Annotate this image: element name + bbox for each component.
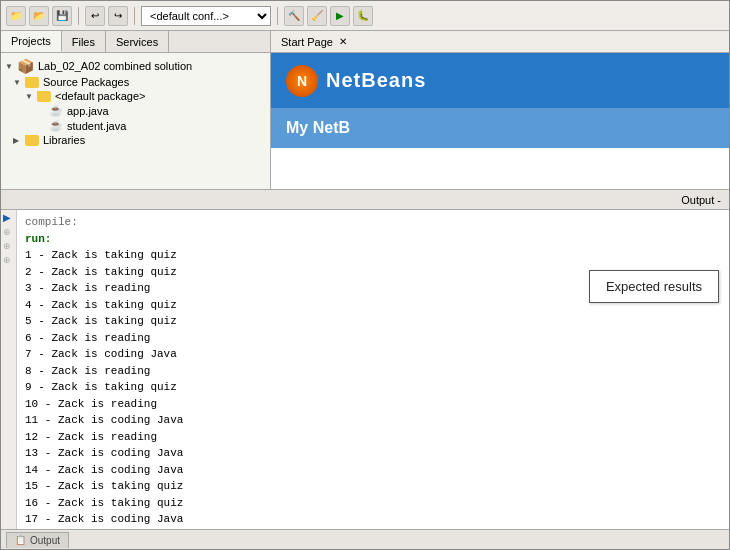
netbeans-icon: N <box>286 65 318 97</box>
output-with-margin: ▶ ⊕ ⊕ ⊕ compile:run:1 - Zack is taking q… <box>1 210 729 529</box>
expected-results-box: Expected results <box>589 270 719 303</box>
status-bar: 📋 Output <box>1 529 729 549</box>
margin-icon-3[interactable]: ⊕ <box>1 239 16 253</box>
output-line: 17 - Zack is coding Java <box>25 511 721 528</box>
right-panel: Start Page ✕ N NetBeans My NetB <box>271 31 729 189</box>
tree-label-libraries: Libraries <box>43 134 85 146</box>
toolbar: 📁 📂 💾 ↩ ↪ <default conf...> 🔨 🧹 ▶ 🐛 <box>1 1 729 31</box>
toolbar-icon-build[interactable]: 🔨 <box>284 6 304 26</box>
output-line: 9 - Zack is taking quiz <box>25 379 721 396</box>
output-line: 7 - Zack is coding Java <box>25 346 721 363</box>
output-status-tab[interactable]: 📋 Output <box>6 532 69 548</box>
toolbar-separator-1 <box>78 7 79 25</box>
tree-label-project: Lab_02_A02 combined solution <box>38 60 192 72</box>
start-page-label: Start Page <box>281 36 333 48</box>
libraries-folder-icon <box>25 135 39 146</box>
output-line: 5 - Zack is taking quiz <box>25 313 721 330</box>
start-page-content: N NetBeans My NetB <box>271 53 729 189</box>
toolbar-separator-2 <box>134 7 135 25</box>
toolbar-icon-folder-open[interactable]: 📂 <box>29 6 49 26</box>
output-content: compile:run:1 - Zack is taking quiz2 - Z… <box>17 210 729 529</box>
start-page-close[interactable]: ✕ <box>339 36 347 47</box>
bottom-area: Output - ▶ ⊕ ⊕ ⊕ compile:run:1 - Zack is… <box>1 189 729 529</box>
output-tab-label: Output - <box>681 194 721 206</box>
netbeans-text: NetBeans <box>326 69 426 92</box>
toolbar-icon-clean[interactable]: 🧹 <box>307 6 327 26</box>
output-line: compile: <box>25 214 721 231</box>
toolbar-icon-run[interactable]: ▶ <box>330 6 350 26</box>
netbeans-banner: N NetBeans <box>271 53 729 108</box>
panel-tabs: Projects Files Services <box>1 31 270 53</box>
toolbar-icon-undo[interactable]: ↩ <box>85 6 105 26</box>
toolbar-icon-redo[interactable]: ↪ <box>108 6 128 26</box>
output-line: 6 - Zack is reading <box>25 330 721 347</box>
output-line: 8 - Zack is reading <box>25 363 721 380</box>
left-panel: Projects Files Services ▼ 📦 Lab_02_A02 c… <box>1 31 271 189</box>
margin-icon-1[interactable]: ▶ <box>1 210 16 225</box>
tree-item-source-packages[interactable]: ▼ Source Packages <box>1 75 270 89</box>
source-folder-icon <box>25 77 39 88</box>
tree-item-student-java[interactable]: ☕ student.java <box>1 118 270 133</box>
output-line: run: <box>25 231 721 248</box>
tree-item-project[interactable]: ▼ 📦 Lab_02_A02 combined solution <box>1 57 270 75</box>
start-page-tab[interactable]: Start Page ✕ <box>271 31 729 53</box>
tree-arrow-project: ▼ <box>5 62 15 71</box>
toolbar-icon-save[interactable]: 💾 <box>52 6 72 26</box>
tree-label-source-packages: Source Packages <box>43 76 129 88</box>
tree-label-student-java: student.java <box>67 120 126 132</box>
top-panel: Projects Files Services ▼ 📦 Lab_02_A02 c… <box>1 31 729 189</box>
tree-label-default-package: <default package> <box>55 90 146 102</box>
tree-label-app-java: app.java <box>67 105 109 117</box>
toolbar-icon-debug[interactable]: 🐛 <box>353 6 373 26</box>
netbeans-logo: N NetBeans <box>286 65 426 97</box>
output-line: 15 - Zack is taking quiz <box>25 478 721 495</box>
java-file-icon-student: ☕ <box>49 119 63 132</box>
java-file-icon-app: ☕ <box>49 104 63 117</box>
output-line: 14 - Zack is coding Java <box>25 462 721 479</box>
margin-icon-2[interactable]: ⊕ <box>1 225 16 239</box>
my-netbeans-banner: My NetB <box>271 108 729 148</box>
expected-results-text: Expected results <box>606 279 702 294</box>
output-left-margin: ▶ ⊕ ⊕ ⊕ <box>1 210 17 529</box>
toolbar-icon-folder-new[interactable]: 📁 <box>6 6 26 26</box>
output-status-label: Output <box>30 535 60 546</box>
main-window: 📁 📂 💾 ↩ ↪ <default conf...> 🔨 🧹 ▶ 🐛 Proj… <box>0 0 730 550</box>
output-line: 12 - Zack is reading <box>25 429 721 446</box>
output-line: 18 - Zack is taking quiz <box>25 528 721 530</box>
output-line: 10 - Zack is reading <box>25 396 721 413</box>
tree-arrow-default: ▼ <box>25 92 35 101</box>
project-tree: ▼ 📦 Lab_02_A02 combined solution ▼ Sourc… <box>1 53 270 189</box>
output-line: 13 - Zack is coding Java <box>25 445 721 462</box>
output-line: 11 - Zack is coding Java <box>25 412 721 429</box>
tree-item-default-package[interactable]: ▼ <default package> <box>1 89 270 103</box>
tree-arrow-libraries: ▶ <box>13 136 23 145</box>
tree-item-app-java[interactable]: ☕ app.java <box>1 103 270 118</box>
output-line: 1 - Zack is taking quiz <box>25 247 721 264</box>
tree-arrow-source: ▼ <box>13 78 23 87</box>
output-line: 16 - Zack is taking quiz <box>25 495 721 512</box>
config-dropdown[interactable]: <default conf...> <box>141 6 271 26</box>
margin-icon-4[interactable]: ⊕ <box>1 253 16 267</box>
toolbar-separator-3 <box>277 7 278 25</box>
output-tab-bar: Output - <box>1 190 729 210</box>
tab-files[interactable]: Files <box>62 31 106 52</box>
default-pkg-icon <box>37 91 51 102</box>
my-netbeans-text: My NetB <box>286 119 350 137</box>
tab-services[interactable]: Services <box>106 31 169 52</box>
tree-item-libraries[interactable]: ▶ Libraries <box>1 133 270 147</box>
project-icon: 📦 <box>17 58 34 74</box>
tab-projects[interactable]: Projects <box>1 31 62 52</box>
output-status-icon: 📋 <box>15 535 26 545</box>
